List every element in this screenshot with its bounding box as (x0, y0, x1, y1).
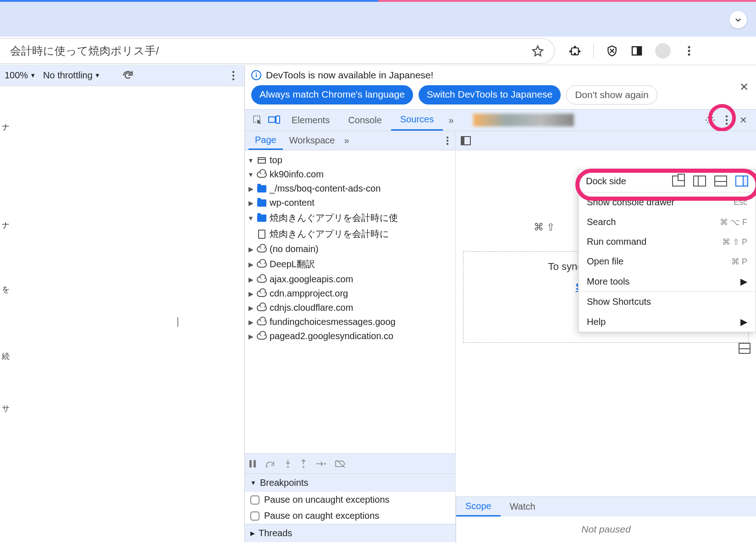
svg-point-6 (232, 74, 235, 77)
menu-run-command[interactable]: Run command⌘ ⇧ P (579, 232, 756, 252)
tab-console[interactable]: Console (339, 110, 391, 131)
scope-tabs: Scope Watch (456, 496, 756, 517)
svg-point-4 (688, 53, 690, 55)
checkbox[interactable] (250, 495, 259, 505)
zoom-select[interactable]: 100% ▼ (5, 70, 36, 81)
inspect-icon[interactable] (249, 115, 266, 125)
svg-rect-9 (269, 117, 275, 122)
deactivate-bp-icon[interactable] (335, 459, 347, 468)
menu-shortcuts[interactable]: Show Shortcuts (579, 292, 756, 312)
info-message: DevTools is now available in Japanese! (266, 70, 433, 81)
truncated-text: ナ (2, 121, 10, 133)
devtools-tabs: Elements Console Sources » ✕ (245, 109, 756, 131)
menu-more-tools[interactable]: More tools▶ (579, 271, 756, 291)
svg-point-20 (266, 466, 268, 467)
kebab-icon[interactable] (683, 44, 695, 57)
tree-row: ▶DeepL翻訳 (245, 256, 455, 272)
info-bar: i DevTools is now available in Japanese!… (245, 65, 756, 109)
tree-row: ▶wp-content (245, 196, 455, 210)
menu-help[interactable]: Help▶ (579, 312, 756, 332)
divider (593, 44, 594, 58)
not-paused-text: Not paused (456, 517, 756, 542)
panel-icon[interactable] (630, 44, 643, 57)
address-bar[interactable]: 会計時に使って焼肉ポリス手/ (0, 38, 555, 64)
dock-left-icon[interactable] (693, 176, 706, 187)
shield-icon[interactable] (606, 44, 618, 57)
svg-point-2 (688, 46, 690, 48)
more-subtabs-icon[interactable]: » (344, 135, 349, 146)
chevron-down-icon[interactable] (729, 11, 747, 28)
toggle-drawer-icon[interactable] (739, 343, 750, 354)
dock-side-label: Dock side (586, 176, 664, 187)
bp-uncaught-row[interactable]: Pause on uncaught exceptions (245, 492, 455, 508)
show-navigator-icon[interactable] (460, 136, 471, 146)
switch-japanese-button[interactable]: Switch DevTools to Japanese (419, 85, 561, 104)
svg-point-3 (688, 49, 690, 52)
tree-row: ▶fundingchoicesmessages.goog (245, 315, 455, 329)
info-icon: i (251, 70, 261, 80)
tab-elements[interactable]: Elements (282, 110, 339, 131)
tree-row: ▶ajax.googleapis.com (245, 272, 455, 286)
tree-row: 焼肉きんぐアプリを会計時に (245, 226, 455, 242)
step-into-icon[interactable] (284, 459, 292, 469)
svg-point-15 (447, 136, 448, 138)
url-text: 会計時に使って焼肉ポリス手/ (10, 44, 159, 58)
threads-header[interactable]: ▶Threads (245, 524, 455, 542)
menu-search[interactable]: Search⌘ ⌥ F (579, 212, 756, 232)
device-icon[interactable] (266, 115, 282, 125)
svg-rect-25 (461, 137, 464, 145)
svg-rect-10 (276, 116, 280, 123)
bp-caught-row[interactable]: Pause on caught exceptions (245, 508, 455, 524)
tree-row: ▼焼肉きんぐアプリを会計時に使 (245, 210, 455, 226)
step-out-icon[interactable] (300, 459, 307, 469)
tree-row: ▼kk90info.com (245, 167, 455, 181)
tree-row: ▶pagead2.googlesyndication.co (245, 329, 455, 343)
kb-hint: ⌘ ⇧ (534, 221, 555, 233)
file-tree[interactable]: ▼top ▼kk90info.com ▶_/mss/boq-content-ad… (245, 150, 455, 453)
tree-row: ▶(no domain) (245, 242, 455, 256)
throttle-select[interactable]: No throttling ▼ (43, 70, 100, 81)
throttle-value: No throttling (43, 70, 93, 81)
menu-console-drawer[interactable]: Show console drawerEsc (579, 192, 756, 212)
subtab-workspace[interactable]: Workspace (283, 131, 342, 150)
svg-point-21 (287, 466, 289, 468)
svg-rect-19 (254, 460, 256, 467)
svg-point-7 (232, 78, 235, 80)
pause-icon[interactable] (248, 459, 257, 468)
svg-point-22 (303, 466, 304, 468)
dock-undock-icon[interactable] (672, 176, 685, 187)
tab-watch[interactable]: Watch (501, 497, 545, 517)
blurred-region (473, 114, 574, 126)
breakpoints-header[interactable]: ▼Breakpoints (245, 474, 455, 492)
device-emulation-pane: 100% ▼ No throttling ▼ ナ ナ を 続 サ | | (0, 65, 244, 542)
svg-point-17 (447, 143, 448, 144)
checkbox[interactable] (250, 511, 259, 521)
dock-right-icon[interactable] (735, 176, 748, 187)
rotate-icon[interactable] (121, 69, 134, 82)
step-over-icon[interactable] (265, 459, 276, 468)
devtools-menu: Dock side Show console drawerEsc Search⌘… (578, 170, 756, 332)
kebab-icon[interactable] (446, 136, 449, 145)
truncated-text: を (2, 283, 10, 296)
dont-show-button[interactable]: Don't show again (566, 85, 657, 104)
toolbar-row: 会計時に使って焼肉ポリス手/ (0, 37, 756, 65)
star-icon[interactable] (531, 44, 544, 57)
svg-point-5 (232, 71, 235, 73)
tab-sources[interactable]: Sources (391, 110, 443, 131)
truncated-text: サ (2, 402, 10, 415)
avatar[interactable] (655, 43, 671, 59)
menu-open-file[interactable]: Open file⌘ P (579, 252, 756, 271)
subtab-page[interactable]: Page (248, 131, 283, 150)
close-icon[interactable]: ✕ (739, 81, 749, 93)
annotation-highlight (708, 104, 736, 132)
extensions-icon[interactable] (568, 44, 581, 57)
close-icon[interactable]: ✕ (735, 115, 751, 126)
svg-point-16 (447, 139, 448, 141)
match-language-button[interactable]: Always match Chrome's language (251, 85, 413, 104)
more-tabs-icon[interactable]: » (443, 115, 459, 126)
dock-bottom-icon[interactable] (714, 176, 727, 187)
tab-scope[interactable]: Scope (456, 497, 501, 517)
kebab-icon[interactable] (227, 69, 240, 82)
svg-rect-18 (249, 460, 252, 467)
step-icon[interactable] (315, 461, 326, 467)
